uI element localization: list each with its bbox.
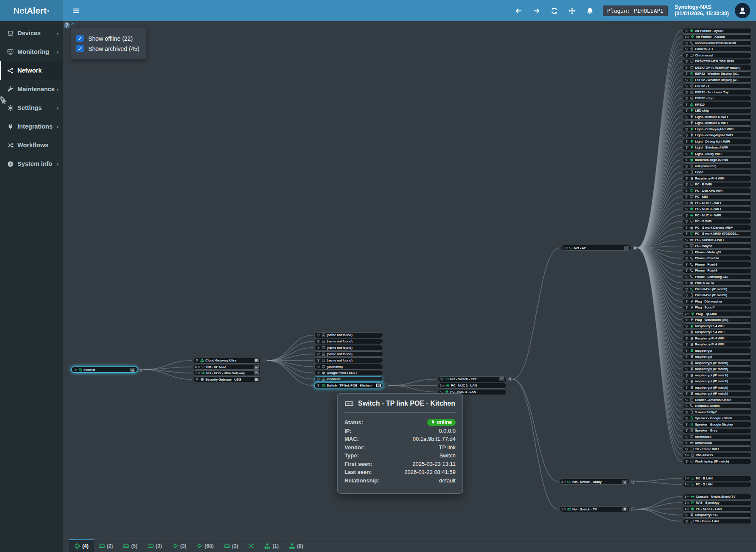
network-node-security-gateway-usg[interactable]: Security Gateway - USG bbox=[193, 376, 261, 382]
network-node-steamdeck[interactable]: steamdeck bbox=[683, 434, 752, 440]
network-node-cloud-gateway-ultra[interactable]: Cloud Gateway Ultra bbox=[193, 358, 261, 364]
network-node-phone-pixel-6[interactable]: Phone - Pixel 6 bbox=[683, 268, 752, 274]
network-node-raspberrypi-ip-match[interactable]: raspberrypi (IP match) bbox=[683, 367, 752, 372]
network-node-light-dining-light-wifi[interactable]: Light - Dining light WiFi bbox=[683, 139, 752, 144]
network-node-name-not-found[interactable]: (name not found) bbox=[314, 339, 383, 345]
network-node-net-switch-poe[interactable]: Net - Switch - POE bbox=[438, 376, 507, 382]
network-node-phone-pixel-6[interactable]: Phone - Pixel 6 bbox=[683, 262, 752, 267]
network-node-plug-sonoff[interactable]: Plug - Sonoff bbox=[683, 305, 752, 311]
footer-tab-2[interactable]: (2) bbox=[94, 539, 118, 552]
user-avatar[interactable] bbox=[735, 3, 750, 18]
network-node-name-not-found[interactable]: (name not found) bbox=[314, 345, 383, 351]
footer-tab-10[interactable]: (8) bbox=[284, 539, 308, 552]
network-node-air-purifier-xiaomi[interactable]: 2Air Purifier - Xiaomi bbox=[683, 34, 752, 40]
collapse-toggle[interactable] bbox=[139, 368, 143, 372]
network-node-light-bedside-b-wifi[interactable]: Light - bedside B WiFi bbox=[683, 114, 752, 120]
network-node-pixel-9-pro-ip-match[interactable]: Pixel-9-Pro (IP match) bbox=[683, 293, 752, 298]
notifications-button[interactable] bbox=[582, 0, 597, 21]
node-menu-button[interactable] bbox=[376, 384, 381, 387]
node-menu-button[interactable] bbox=[499, 377, 504, 381]
network-node-pc-nuc-1-lan[interactable]: 4PC - NUC 1 - LAN bbox=[683, 506, 752, 512]
network-node-oppo[interactable]: Oppo bbox=[683, 170, 752, 175]
network-node-name-not-found[interactable]: (name not found) bbox=[314, 357, 383, 363]
network-node-pixel-9-pro-ip-match[interactable]: Pixel-9-Pro (IP match) bbox=[683, 286, 752, 292]
network-node-android-68608b93a00e4690[interactable]: android-68608b93a00e4690 bbox=[683, 40, 752, 46]
network-node-raspberrypi[interactable]: raspberrypi bbox=[683, 354, 752, 360]
network-node-net-ap[interactable]: 1Net - AP bbox=[561, 245, 631, 251]
footer-tab-7[interactable]: (3) bbox=[219, 539, 244, 552]
network-node-pc-surface-4-wifi[interactable]: PC - Surface 4 WiFi bbox=[683, 237, 752, 243]
network-node-raspberrypi-ip-match[interactable]: raspberrypi (IP match) bbox=[683, 379, 752, 384]
network-node-net-ucg-ultra-gateway[interactable]: 1Net - UCG - Ultra Gateway bbox=[193, 370, 261, 376]
network-node-esp32-1n-laser-toy[interactable]: ESP32 - 1n - Laser Toy bbox=[683, 90, 752, 95]
show-archived-checkbox[interactable]: ✓ bbox=[76, 45, 84, 52]
network-node-pc-msi[interactable]: PC - MSI bbox=[683, 194, 752, 200]
network-node-phone-pixel-3a[interactable]: Phone - Pixel 3a bbox=[683, 256, 752, 261]
network-node-raspberry-pi-4-wifi[interactable]: Raspberry Pi 4 WiFi bbox=[683, 336, 752, 341]
node-menu-button[interactable] bbox=[622, 480, 627, 484]
network-node-pc-s-work-mmd-67082015[interactable]: PC - S work MMD-67082015... bbox=[683, 231, 752, 237]
network-node-raspberry-pi-4-wifi[interactable]: Raspberry Pi 4 WiFi bbox=[683, 330, 752, 335]
network-node-raspberrypi-ip-match[interactable]: raspberrypi (IP match) bbox=[683, 373, 752, 378]
sidebar-item-maintenance[interactable]: Maintenance‹ bbox=[0, 80, 63, 98]
footer-tab-6[interactable]: (68) bbox=[191, 539, 218, 552]
network-node-console-nvidia-shield-tv[interactable]: 3Console - Nvidia Shield TV bbox=[683, 494, 752, 499]
sidebar-item-devices[interactable]: Devices‹ bbox=[0, 24, 63, 42]
network-node-internet[interactable]: Internet bbox=[71, 367, 137, 373]
node-menu-button[interactable] bbox=[254, 378, 259, 381]
network-node-pc-s-lan[interactable]: 3PC - S LAN bbox=[683, 482, 752, 488]
forward-button[interactable] bbox=[529, 0, 543, 21]
node-menu-button[interactable] bbox=[254, 359, 259, 362]
network-node-google-pixel-3-66-77[interactable]: Google Pixel 3 66:77 bbox=[314, 370, 383, 376]
network-node-esp32-ttgo[interactable]: ESP32 - ttgo bbox=[683, 96, 752, 101]
network-node-reader-amazon-kindle[interactable]: Reader - Amazon Kindle bbox=[683, 397, 752, 403]
node-menu-button[interactable] bbox=[254, 365, 259, 369]
network-node-vm-nixos[interactable]: 5VM - NixOS bbox=[683, 453, 752, 458]
collapse-toggle[interactable] bbox=[631, 480, 635, 484]
network-node-phone-moto-g82[interactable]: Phone - Moto g82 bbox=[683, 249, 752, 255]
node-menu-button[interactable] bbox=[622, 507, 627, 511]
network-node-work-laptop-ip-match[interactable]: Work laptop (IP match) bbox=[683, 459, 752, 464]
plugin-status-badge[interactable]: Plugin: PIHOLEAPI bbox=[603, 6, 668, 16]
network-node-steamdeck[interactable]: Steamdeck bbox=[683, 440, 752, 446]
network-node-light-sideboard-wifi[interactable]: Light - Sideboard WiFi bbox=[683, 145, 752, 151]
footer-tab-4[interactable]: (3) bbox=[143, 539, 167, 552]
footer-tab-8[interactable] bbox=[243, 539, 259, 552]
network-node-pixel-6-82-72[interactable]: Pixel-6 82:72 bbox=[683, 280, 752, 286]
network-node-raspberrypi-ip-match[interactable]: raspberrypi (IP match) bbox=[683, 385, 752, 390]
network-node-plug-tp-link[interactable]: 2Plug - Tp-Link bbox=[683, 311, 752, 317]
show-archived-label[interactable]: Show archived (45) bbox=[88, 45, 140, 52]
collapse-toggle[interactable] bbox=[631, 507, 635, 511]
network-node-net-ap-old[interactable]: 5Net - AP OLD bbox=[193, 364, 261, 370]
network-node-tv-frame-wifi[interactable]: TV - Frame WiFi bbox=[683, 446, 752, 452]
network-node-esp32-weather-display-bl[interactable]: ESP32 - Weather Display (bl... bbox=[683, 71, 752, 77]
show-offline-checkbox[interactable]: ✓ bbox=[76, 35, 84, 42]
network-node-pc-nuc-3-wifi[interactable]: PC - NUC 3 - WiFi bbox=[683, 207, 752, 212]
sidebar-item-integrations[interactable]: Integrations‹ bbox=[0, 117, 63, 136]
app-logo[interactable]: NetAlertx bbox=[0, 0, 63, 21]
collapse-toggle[interactable] bbox=[385, 384, 389, 387]
network-node-unknown[interactable]: (unknown) bbox=[314, 364, 383, 370]
network-node-raspberrypi-ip-match[interactable]: raspberrypi (IP match) bbox=[683, 360, 752, 366]
network-node-raspberrypi-ip-match[interactable]: raspberrypi (IP match) bbox=[683, 391, 752, 397]
network-node-raspberry-pi-4-wifi[interactable]: Raspberry Pi 4 WiFi bbox=[683, 323, 752, 329]
network-node-phone-samsung-s10[interactable]: Phone - Samsung S10 bbox=[683, 274, 752, 280]
footer-tab-1[interactable]: (4) bbox=[69, 539, 94, 552]
collapse-toggle[interactable] bbox=[508, 377, 512, 381]
network-node-tv-frame-lan[interactable]: TV - Frame LAN bbox=[683, 518, 752, 524]
network-node-chromecast[interactable]: Chromecast bbox=[683, 53, 752, 58]
sidebar-item-monitoring[interactable]: Monitoring‹ bbox=[0, 42, 63, 61]
network-node-null-camera[interactable]: null (camera?) bbox=[683, 163, 752, 169]
network-node-desktop-iv7e55m-ip-match[interactable]: DESKTOP-IV7E55M (IP match) bbox=[683, 65, 752, 70]
show-offline-label[interactable]: Show offline (22) bbox=[88, 35, 133, 42]
sidebar-item-network[interactable]: Network bbox=[0, 61, 63, 80]
network-node-s-mum-z-flip7[interactable]: S mum Z-Flip7 bbox=[683, 409, 752, 415]
network-node-speaker-grey[interactable]: Speaker - Grey bbox=[683, 428, 752, 434]
network-node-pc-dell-xps-wifi[interactable]: PC - Dell XPS WiFi bbox=[683, 188, 752, 193]
back-button[interactable] bbox=[511, 0, 526, 21]
network-node-light-study-wifi[interactable]: Light - Study WiFi bbox=[683, 151, 752, 157]
network-node-redmi5a-redmi[interactable]: Redmi5A-Redmi bbox=[683, 403, 752, 409]
help-button[interactable]: ? bbox=[64, 22, 74, 28]
node-menu-button[interactable] bbox=[130, 368, 135, 372]
sidebar-item-system-info[interactable]: System info‹ bbox=[0, 154, 63, 173]
